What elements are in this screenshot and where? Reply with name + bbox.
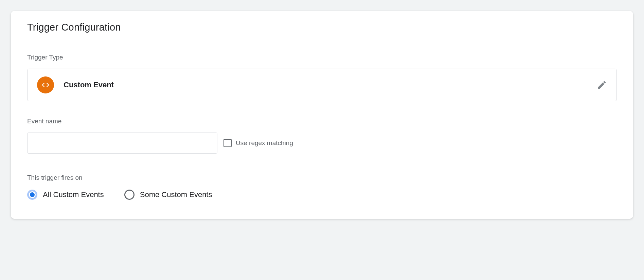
radio-all-custom-events[interactable]: All Custom Events	[27, 190, 104, 200]
event-name-input[interactable]	[27, 133, 217, 154]
card-title: Trigger Configuration	[27, 22, 617, 33]
trigger-config-card: Trigger Configuration Trigger Type Custo…	[11, 11, 633, 219]
radio-icon	[124, 190, 135, 200]
trigger-type-name: Custom Event	[64, 81, 114, 89]
pencil-icon[interactable]	[597, 80, 607, 90]
fires-on-label: This trigger fires on	[27, 174, 617, 181]
radio-label-all: All Custom Events	[43, 190, 104, 199]
trigger-type-selector[interactable]: Custom Event	[27, 69, 617, 101]
fires-on-radio-group: All Custom Events Some Custom Events	[27, 190, 617, 200]
radio-label-some: Some Custom Events	[140, 190, 212, 199]
regex-checkbox-label: Use regex matching	[236, 139, 293, 147]
regex-checkbox[interactable]: Use regex matching	[223, 139, 293, 147]
radio-icon	[27, 190, 37, 200]
event-name-row: Use regex matching	[27, 133, 617, 154]
radio-dot-icon	[30, 192, 35, 197]
trigger-type-label: Trigger Type	[27, 54, 617, 61]
checkbox-icon	[223, 139, 232, 147]
radio-some-custom-events[interactable]: Some Custom Events	[124, 190, 212, 200]
code-icon	[37, 76, 54, 93]
card-header: Trigger Configuration	[11, 11, 633, 42]
card-body: Trigger Type Custom Event Event name Use…	[11, 42, 633, 219]
event-name-label: Event name	[27, 118, 617, 125]
trigger-type-info: Custom Event	[37, 76, 114, 93]
